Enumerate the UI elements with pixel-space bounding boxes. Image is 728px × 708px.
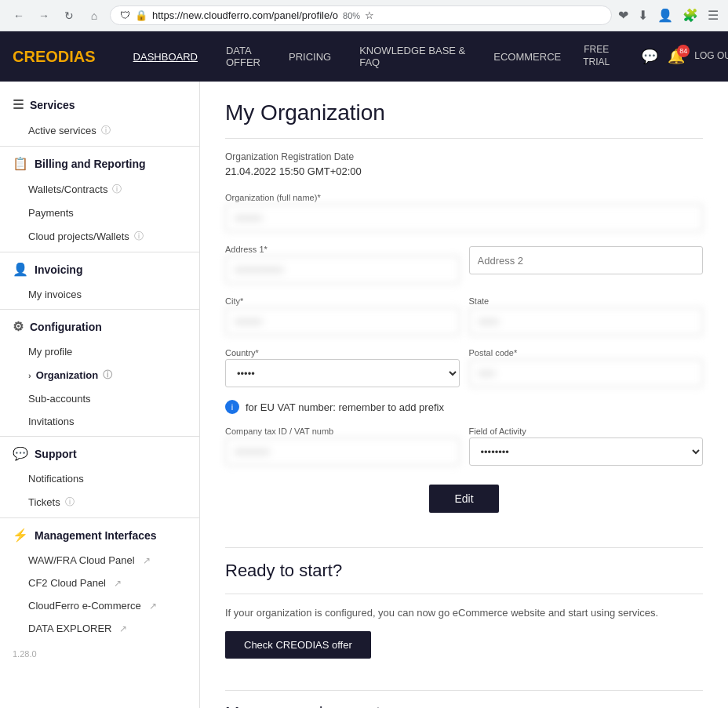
nav-data-offer[interactable]: DATAOFFER bbox=[220, 42, 267, 71]
sidebar-item-sub-accounts[interactable]: Sub-accounts bbox=[0, 387, 199, 410]
sidebar-item-invoices[interactable]: My invoices bbox=[0, 283, 199, 306]
sidebar-item-organization-label: Organization bbox=[36, 369, 98, 381]
home-button[interactable]: ⌂ bbox=[85, 6, 104, 25]
sidebar-section-configuration: ⚙ Configuration My profile › Organizatio… bbox=[0, 313, 199, 433]
reg-date-value: 21.04.2022 15:50 GMT+02:00 bbox=[225, 165, 703, 177]
select-activity[interactable]: •••••••• bbox=[469, 438, 704, 466]
nav-logout[interactable]: LOG OUT bbox=[694, 50, 728, 63]
chat-icon-button[interactable]: 💬 bbox=[641, 48, 658, 65]
input-org-name[interactable] bbox=[225, 204, 703, 232]
sidebar-item-payments[interactable]: Payments bbox=[0, 202, 199, 224]
input-address1[interactable] bbox=[225, 256, 460, 284]
sidebar-item-wallets-label: Wallets/Contracts bbox=[28, 183, 107, 195]
sidebar-item-tickets-label: Tickets bbox=[28, 496, 60, 508]
input-address2[interactable] bbox=[469, 246, 704, 274]
profile-icon[interactable]: 👤 bbox=[657, 8, 673, 23]
zoom-level: 80% bbox=[343, 11, 360, 20]
sidebar-item-data-explorer[interactable]: DATA EXPLORER ↗ bbox=[0, 617, 199, 640]
sidebar-section-support-title[interactable]: 💬 Support bbox=[0, 440, 199, 467]
sidebar-item-organization[interactable]: › Organization ⓘ bbox=[0, 363, 199, 387]
ready-description: If your organization is configured, you … bbox=[225, 607, 703, 619]
sidebar-item-tickets[interactable]: Tickets ⓘ bbox=[0, 490, 199, 514]
sidebar-section-invoicing-label: Invoicing bbox=[35, 263, 82, 276]
billing-icon: 📋 bbox=[13, 156, 28, 171]
info-icon-cloud-projects: ⓘ bbox=[134, 230, 144, 243]
form-row-org-name: Organization (full name)* bbox=[225, 193, 703, 232]
sidebar-item-my-profile[interactable]: My profile bbox=[0, 340, 199, 363]
input-city[interactable] bbox=[225, 307, 460, 336]
sidebar-section-configuration-label: Configuration bbox=[30, 321, 102, 333]
sidebar-section-billing: 📋 Billing and Reporting Wallets/Contract… bbox=[0, 150, 199, 249]
sidebar-item-active-services[interactable]: Active services ⓘ bbox=[0, 118, 199, 143]
download-icon[interactable]: ⬇ bbox=[638, 8, 648, 23]
form-row-city-state: City* State bbox=[225, 296, 703, 336]
sidebar-section-services: ☰ Services Active services ⓘ bbox=[0, 91, 199, 143]
sidebar-item-waw-fra[interactable]: WAW/FRA Cloud Panel ↗ bbox=[0, 549, 199, 572]
input-state[interactable] bbox=[469, 307, 704, 336]
label-org-name: Organization (full name)* bbox=[225, 193, 703, 202]
info-icon-tickets: ⓘ bbox=[65, 496, 75, 509]
edit-button[interactable]: Edit bbox=[429, 485, 498, 513]
sidebar-item-cloud-projects-label: Cloud projects/Wallets bbox=[28, 231, 129, 242]
sidebar: ☰ Services Active services ⓘ 📋 Billing a… bbox=[0, 82, 200, 708]
heart-icon[interactable]: ❤ bbox=[618, 8, 628, 23]
divider-3 bbox=[0, 309, 199, 310]
external-link-icon-data-explorer: ↗ bbox=[119, 623, 127, 634]
field-city: City* bbox=[225, 296, 460, 336]
sidebar-item-cf2[interactable]: CF2 Cloud Panel ↗ bbox=[0, 572, 199, 594]
configuration-icon: ⚙ bbox=[13, 319, 24, 334]
sidebar-item-cloud-projects[interactable]: Cloud projects/Wallets ⓘ bbox=[0, 224, 199, 249]
back-button[interactable]: ← bbox=[9, 6, 28, 25]
nav-ecommerce[interactable]: ECOMMERCE bbox=[487, 48, 567, 66]
page-title: My Organization bbox=[225, 100, 703, 125]
menu-icon[interactable]: ☰ bbox=[708, 8, 719, 23]
sidebar-item-cloudferro-ecommerce[interactable]: CloudFerro e-Commerce ↗ bbox=[0, 594, 199, 617]
sidebar-item-wallets[interactable]: Wallets/Contracts ⓘ bbox=[0, 177, 199, 202]
field-state: State bbox=[469, 296, 704, 336]
nav-dashboard[interactable]: DASHBOARD bbox=[127, 48, 204, 66]
nav-pricing[interactable]: PRICING bbox=[282, 48, 337, 66]
select-country[interactable]: ••••• bbox=[225, 359, 460, 387]
field-activity: Field of Activity •••••••• bbox=[469, 427, 704, 466]
nav-knowledge-base[interactable]: KNOWLEDGE BASE &FAQ bbox=[353, 42, 471, 71]
support-icon: 💬 bbox=[13, 446, 28, 461]
info-icon-active-services: ⓘ bbox=[101, 124, 111, 137]
sidebar-section-management-label: Management Interfaces bbox=[35, 529, 157, 542]
field-address1: Address 1* bbox=[225, 245, 460, 284]
sidebar-item-waw-fra-label: WAW/FRA Cloud Panel bbox=[28, 554, 135, 566]
top-nav: CREODIAS DASHBOARD DATAOFFER PRICING KNO… bbox=[0, 31, 728, 82]
sidebar-section-billing-title[interactable]: 📋 Billing and Reporting bbox=[0, 150, 199, 177]
notification-bell-button[interactable]: 🔔 84 bbox=[668, 48, 685, 65]
external-link-icon-ecommerce: ↗ bbox=[149, 601, 157, 612]
form-row-address: Address 1* bbox=[225, 245, 703, 284]
nav-free-trial[interactable]: FREETRIAL bbox=[583, 44, 610, 68]
label-postal: Postal code* bbox=[469, 348, 704, 358]
notification-badge: 84 bbox=[677, 45, 690, 57]
url-text: https://new.cloudferro.com/panel/profile… bbox=[152, 9, 338, 21]
ready-section: Ready to start? If your organization is … bbox=[225, 561, 703, 677]
input-postal[interactable] bbox=[469, 359, 704, 387]
sidebar-item-notifications[interactable]: Notifications bbox=[0, 467, 199, 490]
info-icon-organization: ⓘ bbox=[103, 369, 112, 382]
sidebar-section-support-label: Support bbox=[35, 448, 77, 460]
vat-info-text: for EU VAT number: remember to add prefi… bbox=[246, 401, 444, 413]
divider-5 bbox=[0, 517, 199, 518]
field-address2 bbox=[469, 245, 704, 284]
check-offer-button[interactable]: Check CREODIAS offer bbox=[225, 631, 371, 659]
reg-date-label: Organization Registration Date bbox=[225, 151, 703, 162]
sidebar-item-invitations[interactable]: Invitations bbox=[0, 410, 199, 433]
sidebar-section-invoicing-title[interactable]: 👤 Invoicing bbox=[0, 256, 199, 283]
sidebar-item-notifications-label: Notifications bbox=[28, 473, 84, 485]
reload-button[interactable]: ↻ bbox=[60, 6, 78, 25]
label-company-tax: Company tax ID / VAT numb bbox=[225, 427, 460, 436]
sidebar-section-services-label: Services bbox=[30, 99, 75, 111]
input-company-tax[interactable] bbox=[225, 438, 460, 466]
label-activity: Field of Activity bbox=[469, 427, 704, 436]
forward-button[interactable]: → bbox=[35, 6, 53, 25]
sidebar-section-configuration-title[interactable]: ⚙ Configuration bbox=[0, 313, 199, 340]
puzzle-icon[interactable]: 🧩 bbox=[682, 8, 698, 23]
sidebar-section-services-title[interactable]: ☰ Services bbox=[0, 91, 199, 118]
sidebar-item-payments-label: Payments bbox=[28, 207, 74, 219]
address-bar[interactable]: 🛡 🔒 https://new.cloudferro.com/panel/pro… bbox=[110, 5, 612, 25]
sidebar-section-management-title[interactable]: ⚡ Management Interfaces bbox=[0, 521, 199, 549]
